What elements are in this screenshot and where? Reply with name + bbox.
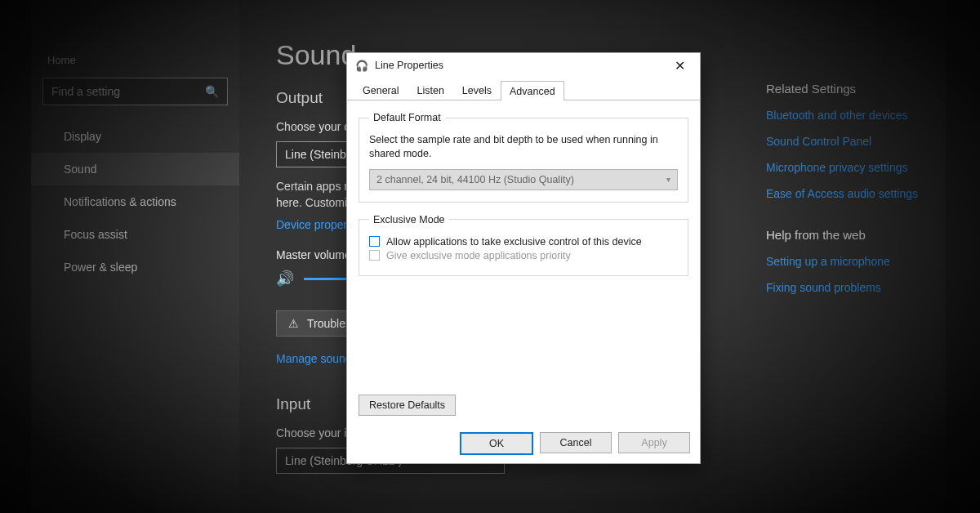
related-settings-panel: Related Settings Bluetooth and other dev… (766, 82, 946, 307)
help-web-header: Help from the web (766, 228, 946, 242)
checkbox-icon (369, 250, 380, 261)
volume-track[interactable] (304, 278, 353, 280)
link-bluetooth[interactable]: Bluetooth and other devices (766, 109, 946, 122)
speaker-icon: 🔊 (276, 270, 294, 288)
checkbox-exclusive-control-label: Allow applications to take exclusive con… (386, 236, 642, 248)
tab-listen[interactable]: Listen (408, 80, 452, 100)
checkbox-exclusive-priority-label: Give exclusive mode applications priorit… (386, 250, 571, 261)
exclusive-mode-group: Exclusive Mode Allow applications to tak… (359, 214, 688, 276)
tab-levels[interactable]: Levels (453, 80, 501, 100)
default-format-legend: Default Format (369, 112, 445, 123)
sidebar-item-notifications[interactable]: Notifications & actions (31, 185, 239, 218)
exclusive-mode-legend: Exclusive Mode (369, 214, 449, 225)
dialog-titlebar: 🎧 Line Properties ✕ (347, 53, 700, 78)
sidebar-item-focus-assist[interactable]: Focus assist (31, 218, 239, 251)
audio-jack-icon: 🎧 (355, 60, 368, 72)
tab-advanced[interactable]: Advanced (501, 81, 564, 100)
default-format-description: Select the sample rate and bit depth to … (369, 133, 678, 161)
restore-defaults-button[interactable]: Restore Defaults (359, 395, 456, 416)
ok-button[interactable]: OK (460, 432, 533, 455)
settings-sidebar: Home Find a setting 🔍 Display Sound Noti… (31, 0, 239, 513)
dialog-tabs: General Listen Levels Advanced (347, 78, 700, 100)
search-placeholder: Find a setting (51, 85, 120, 98)
checkbox-exclusive-priority: Give exclusive mode applications priorit… (369, 250, 678, 261)
line-properties-dialog: 🎧 Line Properties ✕ General Listen Level… (346, 52, 701, 464)
link-fixing-sound[interactable]: Fixing sound problems (766, 281, 946, 294)
checkbox-exclusive-control[interactable]: Allow applications to take exclusive con… (369, 236, 678, 248)
link-ease-of-access-audio[interactable]: Ease of Access audio settings (766, 187, 946, 200)
sidebar-item-sound[interactable]: Sound (31, 153, 239, 185)
link-setup-microphone[interactable]: Setting up a microphone (766, 255, 946, 268)
close-button[interactable]: ✕ (667, 58, 692, 74)
sample-rate-value: 2 channel, 24 bit, 44100 Hz (Studio Qual… (376, 174, 574, 185)
sidebar-home[interactable]: Home (31, 49, 239, 78)
chevron-down-icon: ▾ (666, 175, 670, 184)
apply-button[interactable]: Apply (618, 432, 690, 453)
cancel-button[interactable]: Cancel (540, 432, 612, 453)
link-sound-control-panel[interactable]: Sound Control Panel (766, 135, 946, 148)
checkbox-icon (369, 236, 380, 247)
close-icon: ✕ (675, 59, 685, 73)
tab-general[interactable]: General (354, 80, 408, 100)
sample-rate-select[interactable]: 2 channel, 24 bit, 44100 Hz (Studio Qual… (369, 169, 678, 190)
dialog-title: Line Properties (375, 60, 443, 71)
warning-icon: ⚠ (288, 317, 299, 330)
related-settings-header: Related Settings (766, 82, 946, 96)
search-icon: 🔍 (205, 85, 219, 98)
dialog-button-row: OK Cancel Apply (460, 432, 690, 455)
default-format-group: Default Format Select the sample rate an… (359, 112, 688, 203)
sidebar-item-power-sleep[interactable]: Power & sleep (31, 251, 239, 283)
link-microphone-privacy[interactable]: Microphone privacy settings (766, 161, 946, 174)
sidebar-item-display[interactable]: Display (31, 120, 239, 153)
search-input[interactable]: Find a setting 🔍 (42, 78, 228, 105)
dialog-panel: Default Format Select the sample rate an… (347, 100, 700, 294)
